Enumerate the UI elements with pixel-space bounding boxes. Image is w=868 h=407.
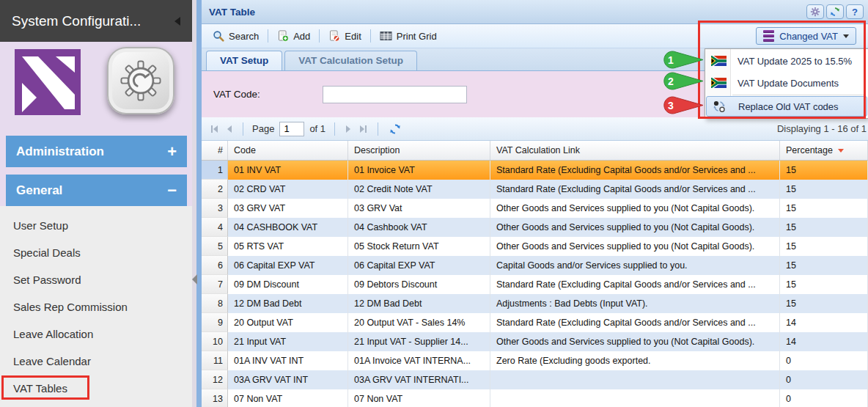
gear-icon — [810, 7, 820, 17]
help-button[interactable]: ? — [846, 4, 864, 19]
cell-code: 20 Output VAT — [228, 313, 348, 332]
cell-description: 01A Invoice VAT INTERNA... — [348, 351, 490, 370]
sidebar-item-leave-calendar[interactable]: Leave Calendar — [0, 348, 192, 375]
column-header-code[interactable]: Code — [228, 141, 348, 160]
cell-code: 12 DM Bad Debt — [228, 294, 348, 313]
cell-num: 3 — [202, 199, 228, 218]
replace-arrows-icon — [711, 100, 727, 113]
tab-label: VAT Setup — [220, 55, 268, 66]
table-row[interactable]: 1101A INV VAT INT01A Invoice VAT INTERNA… — [202, 351, 868, 370]
collapse-minus-icon[interactable]: − — [167, 181, 177, 200]
app-window: System Configurati... — [0, 0, 868, 407]
refresh-grid-button[interactable] — [387, 121, 403, 137]
cell-link: Standard Rate (Excluding Capital Goods a… — [490, 313, 780, 332]
cell-link: Capital Goods and/or Services supplied t… — [490, 256, 780, 275]
sidebar-item-label: Sales Rep Commission — [13, 301, 128, 313]
table-row[interactable]: 505 RTS VAT05 Stock Return VATOther Good… — [202, 237, 868, 256]
page-number-input[interactable] — [279, 122, 304, 136]
first-page-icon — [213, 125, 218, 133]
paging-toolbar: Page of 1 Displaying 1 - 16 of 1 — [202, 117, 868, 141]
sidebar-section-administration[interactable]: Administration + — [6, 136, 187, 167]
changed-vat-dropdown-button[interactable]: Changed VAT — [756, 27, 856, 45]
cell-code: 21 Input VAT — [228, 332, 348, 351]
add-icon — [277, 30, 289, 42]
column-header-number[interactable]: # — [202, 141, 228, 160]
cell-num: 12 — [202, 370, 228, 389]
cell-pct: 0 — [780, 370, 868, 389]
add-button[interactable]: Add — [272, 28, 315, 44]
section-label: Administration — [16, 144, 104, 159]
splitter-bar[interactable] — [196, 0, 202, 407]
column-header-vat-calculation-link[interactable]: VAT Calculation Link — [490, 141, 780, 160]
cell-pct: 15 — [780, 256, 868, 275]
vat-code-label: VAT Code: — [213, 89, 323, 100]
cell-code: 06 Capital EXP VAT — [228, 256, 348, 275]
previous-page-button[interactable] — [225, 123, 234, 135]
cell-description: 20 Output VAT - Sales 14% — [348, 313, 490, 332]
cell-link: Other Goods and Services supplied to you… — [490, 332, 780, 351]
settings-button[interactable] — [806, 4, 824, 19]
tab-label: VAT Calculation Setup — [298, 55, 403, 66]
cell-pct: 0 — [780, 351, 868, 370]
search-button[interactable]: Search — [207, 28, 264, 44]
changed-vat-dropdown-menu: VAT Update 2025 to 15.5% VAT Update Docu… — [705, 48, 868, 119]
purple-bars-icon — [763, 30, 774, 42]
sidebar-item-set-password[interactable]: Set Password — [0, 266, 192, 293]
edit-button[interactable]: Edit — [323, 28, 366, 44]
cell-description: 09 Debtors Discount — [348, 275, 490, 294]
tab-vat-calculation-setup[interactable]: VAT Calculation Setup — [284, 51, 417, 70]
table-row[interactable]: 1307 Non VAT07 Non VAT0 — [202, 389, 868, 407]
sidebar-item-vat-tables[interactable]: VAT Tables — [0, 375, 192, 402]
cell-num: 6 — [202, 256, 228, 275]
cell-description: 12 DM Bad Debt — [348, 294, 490, 313]
table-row[interactable]: 1203A GRV VAT INT03A GRV VAT INTERNATI..… — [202, 370, 868, 389]
table-row[interactable]: 303 GRV VAT03 GRV VatOther Goods and Ser… — [202, 199, 868, 218]
sidebar-item-sales-rep-commission[interactable]: Sales Rep Commission — [0, 293, 192, 320]
table-row[interactable]: 606 Capital EXP VAT06 Capital EXP VATCap… — [202, 256, 868, 275]
toolbar-separator — [319, 29, 320, 43]
sidebar-item-special-deals[interactable]: Special Deals — [0, 239, 192, 266]
sidebar-item-leave-allocation[interactable]: Leave Allocation — [0, 320, 192, 348]
sidebar-collapse-icon[interactable] — [174, 17, 180, 26]
panel-splitter[interactable] — [192, 0, 202, 407]
expand-plus-icon[interactable]: + — [167, 142, 177, 161]
last-page-button[interactable] — [358, 123, 369, 135]
menu-item-vat-update-2025[interactable]: VAT Update 2025 to 15.5% — [705, 50, 868, 72]
table-row[interactable]: 1021 Input VAT21 Input VAT - Supplier 14… — [202, 332, 868, 351]
cell-pct: 14 — [780, 313, 868, 332]
menu-item-label: Replace Old VAT codes — [738, 101, 839, 112]
splitter-collapse-icon[interactable] — [192, 274, 197, 285]
paging-separator — [243, 122, 243, 136]
cell-link — [490, 389, 780, 407]
cell-num: 7 — [202, 275, 228, 294]
cell-link: Other Goods and Services supplied to you… — [490, 199, 780, 218]
paging-separator — [378, 122, 378, 136]
menu-item-replace-old-vat-codes[interactable]: Replace Old VAT codes — [706, 96, 867, 117]
first-page-button[interactable] — [209, 123, 220, 135]
next-page-button[interactable] — [344, 123, 353, 135]
table-row[interactable]: 709 DM Discount09 Debtors DiscountStanda… — [202, 275, 868, 294]
table-row[interactable]: 202 CRD VAT02 Credit Note VATStandard Ra… — [202, 180, 868, 199]
table-row[interactable]: 812 DM Bad Debt12 DM Bad DebtAdjustments… — [202, 294, 868, 313]
sidebar: System Configurati... — [0, 0, 192, 407]
cell-num: 1 — [202, 161, 228, 180]
column-header-percentage[interactable]: Percentage — [780, 141, 868, 160]
tab-vat-setup[interactable]: VAT Setup — [206, 51, 282, 70]
table-row[interactable]: 101 INV VAT01 Invoice VATStandard Rate (… — [202, 161, 868, 180]
menu-item-vat-update-documents[interactable]: VAT Update Documents — [705, 72, 868, 94]
print-grid-button[interactable]: Print Grid — [375, 28, 442, 44]
sidebar-section-general[interactable]: General − — [6, 175, 187, 206]
cell-pct: 15 — [780, 294, 868, 313]
refresh-button[interactable] — [826, 4, 844, 19]
refresh-icon — [830, 7, 840, 17]
displaying-status: Displaying 1 - 16 of 1 — [777, 123, 867, 134]
column-header-description[interactable]: Description — [348, 141, 490, 160]
table-row[interactable]: 920 Output VAT20 Output VAT - Sales 14%S… — [202, 313, 868, 332]
vat-code-input[interactable] — [323, 86, 467, 103]
button-label: Search — [229, 31, 259, 42]
company-logo — [15, 49, 81, 115]
toolbar-separator — [370, 29, 371, 43]
edit-icon — [328, 30, 340, 42]
table-row[interactable]: 404 CASHBOOK VAT04 Cashbook VATOther Goo… — [202, 218, 868, 237]
sidebar-item-user-setup[interactable]: User Setup — [0, 212, 192, 239]
